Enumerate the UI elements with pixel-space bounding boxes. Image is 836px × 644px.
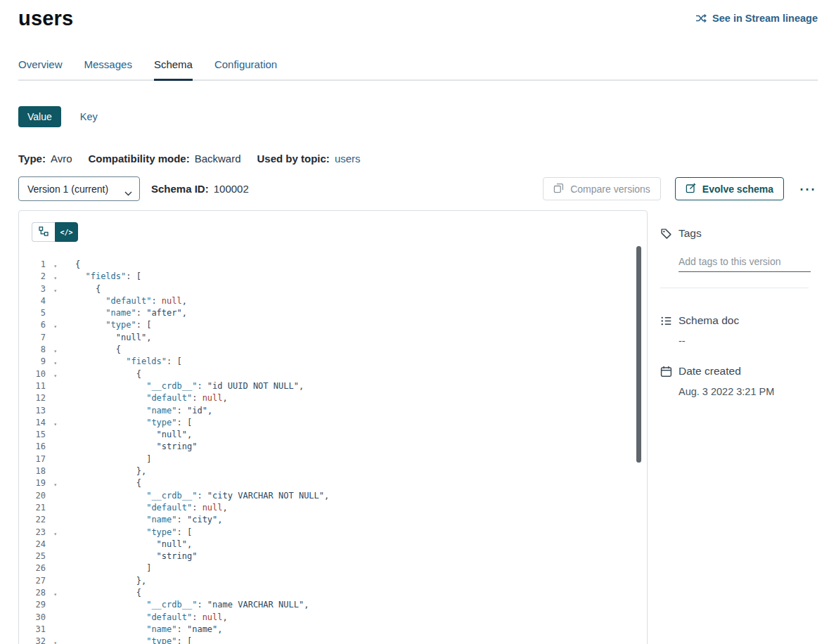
code-line: "type": [ [75,319,329,331]
code-line: "name": "name", [75,624,329,636]
topic-link[interactable]: users [335,153,361,165]
code-line: "__crdb__": "id UUID NOT NULL", [75,380,329,392]
line-number: 9▾ [19,356,60,368]
type-value: Avro [51,153,72,165]
code-line: "fields": [ [75,271,329,283]
line-number: 29 [19,599,60,611]
compare-versions-label: Compare versions [570,183,650,195]
page-title: users [18,7,73,30]
code-line: "fields": [ [75,356,329,368]
line-number: 13 [19,405,60,417]
line-number: 18 [19,465,60,477]
line-number: 23▾ [19,527,60,539]
date-created-heading: Date created [679,365,741,378]
tab-schema[interactable]: Schema [154,58,193,79]
key-toggle-button[interactable]: Key [80,111,98,122]
evolve-schema-label: Evolve schema [702,183,773,195]
code-line: }, [75,575,329,587]
line-number: 7 [19,332,60,344]
date-created-value: Aug. 3 2022 3:21 PM [679,386,818,397]
calendar-icon [660,366,672,378]
code-line: "string" [75,550,329,562]
code-line: ] [75,562,329,574]
line-number: 14▾ [19,417,60,429]
code-line: "__crdb__": "name VARCHAR NULL", [75,599,329,611]
schema-code-card: </> 1▾2▾3▾456▾78▾9▾10▾11121314▾151617181… [18,210,648,644]
schema-sidebar: Tags Schema doc [648,210,818,397]
schema-meta-row: Type: Avro Compatibility mode: Backward … [18,153,818,165]
tab-configuration[interactable]: Configuration [214,58,277,79]
line-number: 31 [19,624,60,636]
evolve-schema-button[interactable]: Evolve schema [675,177,784,200]
line-number: 6▾ [19,319,60,331]
line-number: 27 [19,575,60,587]
code-line: "null", [75,429,329,441]
code-line: "default": null, [75,392,329,404]
line-number: 2▾ [19,271,60,283]
date-created-header: Date created [660,365,818,378]
compare-versions-button[interactable]: Compare versions [543,177,661,200]
code-line: ] [75,453,329,465]
type-label: Type: [18,153,46,165]
code-line: "null", [75,332,329,344]
version-bar: Version 1 (current) Schema ID: 100002 Co… [18,176,818,201]
schema-doc-heading: Schema doc [679,314,739,327]
code-gutter: 1▾2▾3▾456▾78▾9▾10▾11121314▾1516171819▾20… [19,259,60,644]
tab-overview[interactable]: Overview [18,58,63,79]
line-number: 15 [19,429,60,441]
code-line: "default": null, [75,502,329,514]
code-line: { [75,368,329,380]
line-number: 12 [19,392,60,404]
line-number: 30 [19,612,60,624]
code-line: { [75,259,329,271]
tags-input[interactable] [679,255,811,272]
code-line: { [75,283,329,295]
line-number: 10▾ [19,368,60,380]
line-number: 26 [19,562,60,574]
stream-lineage-link[interactable]: See in Stream lineage [695,13,818,24]
fold-toggle-icon[interactable]: ▾ [53,637,57,644]
value-toggle-button[interactable]: Value [18,106,61,127]
line-number: 22 [19,514,60,526]
date-created-section: Date created Aug. 3 2022 3:21 PM [660,365,818,397]
code-lines: { "fields": [ { "default": null, "name":… [60,259,329,644]
line-number: 16 [19,441,60,453]
code-view-button[interactable]: </> [55,222,78,242]
main-content: </> 1▾2▾3▾456▾78▾9▾10▾11121314▾151617181… [18,210,818,644]
compatibility-value: Backward [195,153,241,165]
stream-lineage-label: See in Stream lineage [712,13,818,24]
line-number: 17 [19,453,60,465]
code-line: "type": [ [75,527,329,539]
code-view-icon: </> [60,228,72,236]
code-line: "type": [ [75,417,329,429]
sidebar-divider [660,288,809,288]
doc-list-icon [660,315,672,327]
line-number: 11 [19,380,60,392]
code-line: "default": null, [75,612,329,624]
tree-view-icon [39,226,49,238]
tab-messages[interactable]: Messages [84,58,132,79]
schema-id-label: Schema ID: [151,183,209,195]
code-line: "__crdb__": "city VARCHAR NOT NULL", [75,490,329,502]
line-number: 4 [19,295,60,307]
versions-icon [553,183,564,195]
more-options-button[interactable]: ⋯ [797,182,818,196]
line-number: 19▾ [19,477,60,489]
topic-label: Used by topic: [257,153,330,165]
line-number: 1▾ [19,259,60,271]
line-number: 25 [19,550,60,562]
line-number: 28▾ [19,587,60,599]
line-number: 24 [19,539,60,550]
schema-part-toggle: Value Key [18,106,818,127]
schema-doc-value: -- [679,335,818,347]
code-line: "string" [75,441,329,453]
code-line: { [75,344,329,356]
schema-doc-section: Schema doc -- [660,314,818,347]
line-number: 8▾ [19,344,60,356]
tags-section: Tags [660,227,818,288]
version-select[interactable]: Version 1 (current) [18,176,140,201]
code-scrollbar-thumb[interactable] [636,246,641,463]
version-select-wrap: Version 1 (current) [18,176,140,201]
page-root: users See in Stream lineage Overview Mes… [0,0,836,644]
tree-view-button[interactable] [32,222,55,242]
